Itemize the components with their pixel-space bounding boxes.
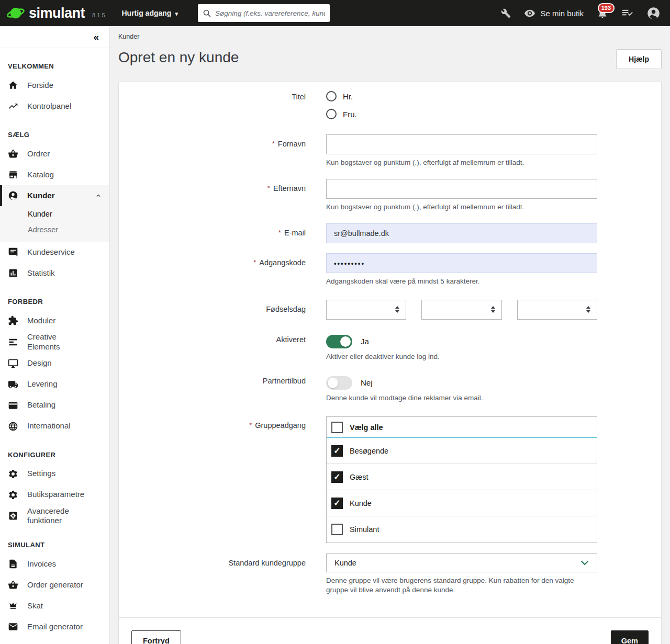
sidebar-item-moduler[interactable]: Moduler — [0, 310, 109, 331]
enabled-toggle[interactable] — [326, 335, 352, 348]
title-label: Titel — [119, 91, 306, 119]
group-option-simulant[interactable]: Simulant — [327, 516, 597, 543]
bar-chart-icon — [8, 268, 18, 278]
group-access-table: Vælg alle BesøgendeGæstKundeSimulant — [326, 416, 597, 543]
group-option-kunde[interactable]: Kunde — [327, 490, 597, 516]
sidebar-item-order-generator[interactable]: Order generator — [0, 574, 109, 595]
group-option-g-st[interactable]: Gæst — [327, 464, 597, 490]
cancel-button[interactable]: Fortryd — [131, 630, 181, 644]
sidebar-item-butiksparametre[interactable]: Butiksparametre — [0, 484, 109, 505]
breadcrumb[interactable]: Kunder — [118, 33, 662, 40]
birthday-day-select[interactable] — [326, 300, 406, 320]
spinner-arrows-icon — [491, 306, 495, 313]
sidebar-section-heading: SIMULANT — [0, 527, 109, 553]
radio-icon[interactable] — [326, 109, 337, 119]
title-option-mr[interactable]: Hr. — [326, 91, 597, 101]
sidebar-item-email-generator[interactable]: Email generator — [0, 616, 109, 637]
sidebar-item-label: Ordrer — [27, 149, 50, 159]
sidebar-item-label: Skat — [27, 601, 43, 611]
sidebar-item-kundeservice[interactable]: Kundeservice — [0, 242, 109, 263]
sidebar-item-statistik[interactable]: Statistik — [0, 263, 109, 284]
sidebar-subitem-kunder[interactable]: Kunder — [0, 206, 109, 222]
sidebar-item-label: Settings — [27, 469, 55, 479]
basket-icon — [8, 149, 18, 159]
wrench-icon[interactable] — [501, 8, 511, 18]
default-group-label: Standard kundegruppe — [119, 553, 306, 595]
sidebar-item-forside[interactable]: Forside — [0, 75, 109, 96]
search-icon — [203, 9, 211, 18]
logo-planet-icon — [6, 5, 25, 21]
checkbox-icon[interactable] — [331, 422, 343, 433]
collapse-chevrons-icon[interactable]: « — [93, 31, 98, 43]
crown-icon — [8, 601, 18, 611]
notifications-button[interactable]: 193 — [597, 7, 608, 19]
sidebar-item-label: Email generator — [27, 622, 83, 632]
sidebar-item-label: Forside — [27, 81, 53, 91]
sidebar-item-kontrolpanel[interactable]: Kontrolpanel — [0, 96, 109, 117]
checkbox-icon[interactable] — [331, 445, 343, 457]
sidebar-item-invoices[interactable]: Invoices — [0, 553, 109, 574]
sidebar-section-heading: FORBEDR — [0, 284, 109, 310]
sidebar-subitem-adresser[interactable]: Adresser — [0, 222, 109, 238]
sidebar-item-design[interactable]: Design — [0, 353, 109, 374]
email-input[interactable]: sr@bullmade.dk — [326, 223, 597, 243]
chevron-up-icon — [95, 192, 102, 199]
chevron-down-icon — [580, 560, 589, 566]
sidebar-item-international[interactable]: International — [0, 416, 109, 437]
group-option-label: Gæst — [350, 473, 368, 481]
checkbox-icon[interactable] — [331, 471, 343, 483]
sidebar-item-label: Levering — [27, 379, 58, 389]
basket-icon — [8, 580, 18, 590]
sidebar-item-kunder[interactable]: Kunder — [0, 185, 109, 206]
orders-check-icon[interactable] — [621, 7, 633, 19]
sidebar: « VELKOMMENForsideKontrolpanelSÆLGOrdrer… — [0, 26, 110, 644]
view-shop-label: Se min butik — [540, 9, 584, 18]
sidebar-item-label: Creative Elements — [27, 332, 91, 352]
radio-icon[interactable] — [326, 91, 337, 101]
save-button[interactable]: Gem — [611, 630, 649, 644]
sidebar-item-betaling[interactable]: Betaling — [0, 395, 109, 416]
password-hint: Adgangskoden skal være på mindst 5 karak… — [326, 277, 597, 286]
notification-badge: 193 — [598, 3, 615, 13]
group-option-bes-gende[interactable]: Besøgende — [327, 438, 597, 464]
quick-access-menu[interactable]: Hurtig adgang ▾ — [122, 9, 178, 17]
topbar: simulant 8.1.5 Hurtig adgang ▾ Se min bu… — [0, 0, 670, 26]
group-select-all-row[interactable]: Vælg alle — [327, 417, 597, 438]
first-name-input[interactable] — [326, 134, 597, 154]
toggle-knob — [328, 378, 338, 388]
sidebar-item-avancerede-funktioner[interactable]: Avancerede funktioner — [0, 505, 109, 527]
sidebar-item-skat[interactable]: Skat — [0, 595, 109, 616]
help-button[interactable]: Hjælp — [616, 49, 662, 69]
partner-offers-label: Partnertilbud — [119, 375, 306, 403]
title-option-mrs[interactable]: Fru. — [326, 109, 597, 119]
sidebar-section-heading: SÆLG — [0, 117, 109, 143]
sidebar-item-creative-elements[interactable]: Creative Elements — [0, 331, 109, 353]
view-shop-link[interactable]: Se min butik — [524, 8, 584, 18]
last-name-input[interactable] — [326, 179, 597, 199]
group-access-label: *Gruppeadgang — [119, 416, 306, 543]
main-header: Kunder Opret en ny kunde Hjælp — [110, 26, 670, 66]
version-label: 8.1.5 — [92, 12, 105, 18]
document-icon — [8, 559, 18, 569]
password-input[interactable]: ••••••••• — [326, 253, 597, 273]
sidebar-item-settings[interactable]: Settings — [0, 464, 109, 484]
form-row-first-name: *Fornavn Kun bogstaver og punktum (.), e… — [119, 134, 661, 167]
sidebar-item-ordrer[interactable]: Ordrer — [0, 143, 109, 164]
brand-logo[interactable]: simulant — [6, 5, 85, 21]
search-input[interactable] — [215, 9, 325, 17]
sidebar-item-label: Kunder — [27, 191, 55, 201]
account-icon[interactable] — [646, 6, 661, 20]
birthday-year-select[interactable] — [517, 300, 597, 320]
form-row-password: *Adgangskode ••••••••• Adgangskoden skal… — [119, 253, 661, 286]
enabled-label: Aktiveret — [119, 333, 306, 361]
chevron-down-icon: ▾ — [175, 10, 178, 17]
sidebar-item-label: Invoices — [27, 559, 56, 569]
group-option-label: Simulant — [350, 525, 379, 534]
sidebar-item-levering[interactable]: Levering — [0, 374, 109, 395]
checkbox-icon[interactable] — [331, 524, 343, 535]
partner-offers-toggle[interactable] — [326, 376, 352, 390]
birthday-month-select[interactable] — [421, 300, 501, 320]
checkbox-icon[interactable] — [331, 498, 343, 509]
default-group-select[interactable]: Kunde — [326, 553, 597, 572]
sidebar-item-katalog[interactable]: Katalog — [0, 164, 109, 185]
